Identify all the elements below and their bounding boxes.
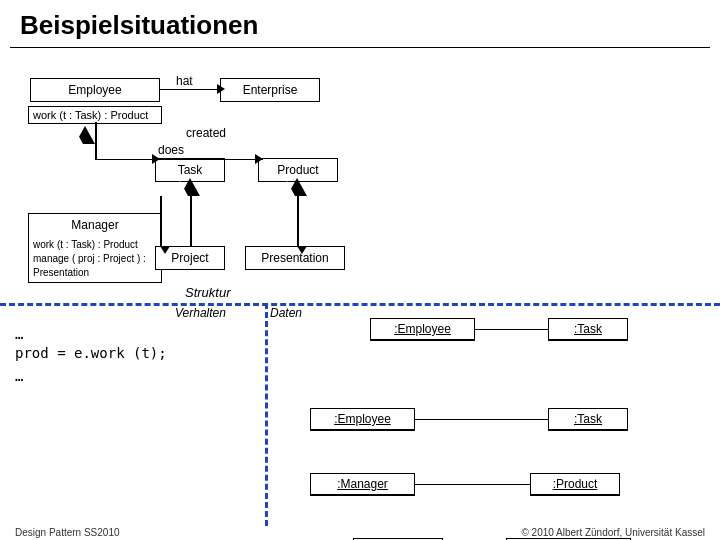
struktur-label: Struktur — [185, 285, 231, 300]
does-label: does — [158, 143, 184, 157]
product-label: Product — [277, 163, 318, 177]
work-task-label: work (t : Task) : Product — [33, 238, 157, 252]
project-arrowhead-down — [160, 246, 170, 254]
dashed-separator-h — [0, 303, 720, 306]
daten-label: Daten — [270, 306, 302, 320]
obj-product1: :Product — [530, 473, 620, 495]
code-line2: prod = e.work (t); — [15, 345, 167, 361]
manager-methods-box: work (t : Task) : Product manage ( proj … — [28, 236, 162, 283]
obj-manager1: :Manager — [310, 473, 415, 495]
employee-product-line-h — [95, 159, 263, 160]
e2-t2-line — [415, 419, 548, 420]
created-label: created — [186, 126, 226, 140]
manager-project-line-v — [160, 196, 162, 247]
presentation-box: Presentation — [245, 246, 345, 270]
product-arrowhead — [255, 154, 263, 164]
obj-task2: :Task — [548, 408, 628, 430]
pres-arrowhead-down — [297, 246, 307, 254]
work-product-label: work (t : Task) : Product — [33, 109, 148, 121]
page-title: Beispielsituationen — [0, 0, 720, 47]
manager-box: Manager — [28, 213, 162, 237]
code-line1: … — [15, 326, 23, 342]
enterprise-box: Enterprise — [220, 78, 320, 102]
dashed-separator-v — [265, 303, 268, 526]
footer-left: Design Pattern SS2010 — [15, 527, 120, 538]
task-project-line-v — [190, 196, 192, 246]
manager-label: Manager — [71, 218, 118, 232]
e1-t1-line — [475, 329, 548, 330]
obj-employee2: :Employee — [310, 408, 415, 430]
product-pres-line-v — [297, 196, 299, 247]
inheritance-triangle-1 — [75, 126, 95, 144]
footer-right: © 2010 Albert Zündorf, Universität Kasse… — [521, 527, 705, 538]
product-triangle — [287, 178, 307, 196]
employee-product-line-v — [95, 122, 97, 160]
task-label: Task — [178, 163, 203, 177]
enterprise-label: Enterprise — [243, 83, 298, 97]
employee-label: Employee — [68, 83, 121, 97]
task-arrowhead — [152, 154, 160, 164]
obj-task1: :Task — [548, 318, 628, 340]
project-label: Project — [171, 251, 208, 265]
task-triangle — [180, 178, 200, 196]
obj-employee1: :Employee — [370, 318, 475, 340]
m-product-line — [415, 484, 530, 485]
employee-box: Employee — [30, 78, 160, 102]
hat-label: hat — [176, 74, 193, 88]
manage-label: manage ( proj : Project ) : Presentation — [33, 252, 157, 280]
presentation-label: Presentation — [261, 251, 328, 265]
hat-arrow-line — [160, 89, 220, 90]
verhalten-label: Verhalten — [175, 306, 226, 320]
code-line3: … — [15, 368, 23, 384]
hat-arrowhead — [217, 84, 225, 94]
